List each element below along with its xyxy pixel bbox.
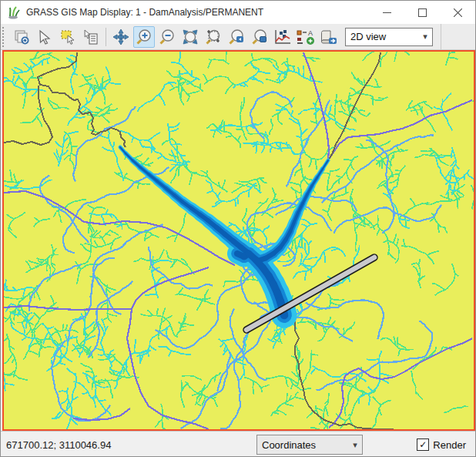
export-map-button[interactable] (318, 26, 340, 48)
statusbar-mode-value: Coordinates (257, 439, 348, 451)
query-button[interactable] (80, 26, 102, 48)
select-features-button[interactable] (57, 26, 79, 48)
window-title: GRASS GIS Map Display: 1 - DamAnalysis/P… (26, 7, 369, 18)
analyze-button[interactable] (272, 26, 293, 48)
minimize-button[interactable] (369, 1, 404, 24)
toolbar-grip[interactable] (2, 27, 8, 47)
zoom-back-button[interactable] (226, 26, 247, 48)
coordinate-display: 671700.12; 3110046.94 (6, 432, 111, 457)
map-canvas[interactable] (2, 50, 475, 431)
zoom-region-icon (205, 29, 222, 45)
toolbar-end-separator (441, 24, 441, 50)
zoom-to-map-button[interactable] (249, 26, 270, 48)
pointer-button[interactable] (34, 26, 55, 48)
pan-button[interactable] (110, 26, 132, 48)
svg-text:A: A (308, 29, 313, 37)
zoom-back-icon (228, 29, 245, 45)
view-mode-value: 2D view (346, 31, 418, 42)
status-bar: 671700.12; 3110046.94 Coordinates ▾ ✓ Re… (1, 431, 475, 457)
render-toggle[interactable]: ✓ Render (417, 432, 466, 457)
zoom-to-map-icon (251, 29, 268, 45)
map-toolbar: A 2D view ▾ (1, 24, 475, 50)
chevron-down-icon: ▾ (418, 32, 432, 42)
query-icon (82, 29, 99, 45)
render-display-button[interactable] (11, 26, 32, 48)
render-display-icon (13, 29, 30, 45)
render-label: Render (433, 439, 466, 451)
pointer-icon (37, 29, 52, 45)
zoom-extent-button[interactable] (179, 26, 201, 48)
export-map-icon (319, 29, 339, 45)
toolbar-separator (106, 28, 106, 46)
pan-icon (112, 29, 129, 45)
zoom-in-button[interactable] (133, 26, 155, 48)
view-mode-select[interactable]: 2D view ▾ (345, 28, 433, 46)
maximize-button[interactable] (404, 1, 440, 24)
zoom-in-icon (136, 29, 153, 45)
statusbar-mode-select[interactable]: Coordinates ▾ (256, 435, 363, 455)
zoom-region-button[interactable] (203, 26, 224, 48)
title-bar: GRASS GIS Map Display: 1 - DamAnalysis/P… (1, 1, 475, 24)
chevron-down-icon: ▾ (348, 440, 362, 450)
grass-map-display-window: GRASS GIS Map Display: 1 - DamAnalysis/P… (0, 0, 476, 457)
grass-logo-icon (7, 5, 21, 19)
select-features-icon (59, 29, 76, 45)
add-overlay-icon: A (296, 29, 316, 45)
zoom-out-icon (159, 29, 176, 45)
add-overlay-button[interactable]: A (295, 26, 317, 48)
zoom-extent-icon (182, 29, 199, 45)
close-button[interactable] (440, 1, 475, 24)
analyze-icon (273, 29, 292, 45)
zoom-out-button[interactable] (156, 26, 178, 48)
render-checkbox[interactable]: ✓ (417, 439, 429, 451)
